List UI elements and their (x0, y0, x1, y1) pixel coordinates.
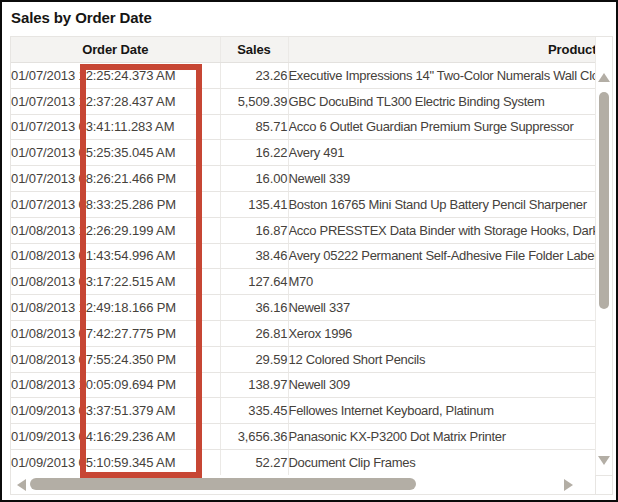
order-date-cell: 01/09/2013 05:10:59.345 AM (11, 449, 220, 475)
product-name-cell: GBC DocuBind TL300 Electric Binding Syst… (288, 88, 595, 114)
table-row[interactable]: 01/07/2013 03:41:11.283 AM 85.71 Acco 6 … (11, 114, 595, 140)
sales-cell: 5,509.39 (220, 88, 288, 114)
table-row[interactable]: 01/08/2013 07:55:24.350 PM 29.59 12 Colo… (11, 346, 595, 372)
order-date-cell: 01/08/2013 12:26:29.199 AM (11, 217, 220, 243)
column-header-product-name[interactable]: Product Name (288, 37, 595, 63)
product-name-cell: Avery 491 (288, 140, 595, 166)
horizontal-scrollbar[interactable] (11, 475, 595, 494)
order-date-cell: 01/08/2013 07:55:24.350 PM (11, 346, 220, 372)
product-name-cell: 12 Colored Short Pencils (288, 346, 595, 372)
order-date-cell: 01/07/2013 05:25:35.045 AM (11, 140, 220, 166)
product-name-cell: Acco 6 Outlet Guardian Premium Surge Sup… (288, 114, 595, 140)
table-row[interactable]: 01/09/2013 03:37:51.379 AM 335.45 Fellow… (11, 398, 595, 424)
order-date-cell: 01/08/2013 01:43:54.996 AM (11, 243, 220, 269)
product-name-cell: M70 (288, 269, 595, 295)
order-date-cell: 01/08/2013 07:42:27.775 PM (11, 320, 220, 346)
sales-cell: 23.26 (220, 63, 288, 89)
product-name-cell: Avery 05222 Permanent Self-Adhesive File… (288, 243, 595, 269)
sales-table: Order Date Sales Product Name 01/07/2013… (11, 37, 595, 475)
product-name-cell: Document Clip Frames (288, 449, 595, 475)
order-date-cell: 01/08/2013 12:49:18.166 PM (11, 295, 220, 321)
vertical-scrollbar-thumb[interactable] (599, 92, 609, 309)
order-date-cell: 01/07/2013 08:33:25.286 PM (11, 191, 220, 217)
table-row[interactable]: 01/08/2013 01:43:54.996 AM 38.46 Avery 0… (11, 243, 595, 269)
sales-cell: 3,656.36 (220, 424, 288, 450)
product-name-cell: Executive Impressions 14" Two-Color Nume… (288, 63, 595, 89)
sales-cell: 52.27 (220, 449, 288, 475)
table-row[interactable]: 01/07/2013 12:25:24.373 AM 23.26 Executi… (11, 63, 595, 89)
sales-cell: 335.45 (220, 398, 288, 424)
sales-cell: 29.59 (220, 346, 288, 372)
order-date-cell: 01/08/2013 10:05:09.694 PM (11, 372, 220, 398)
sales-table-widget: Order Date Sales Product Name 01/07/2013… (10, 36, 613, 495)
order-date-cell: 01/08/2013 03:17:22.515 AM (11, 269, 220, 295)
order-date-cell: 01/09/2013 03:37:51.379 AM (11, 398, 220, 424)
table-row[interactable]: 01/07/2013 08:26:21.466 PM 16.00 Newell … (11, 166, 595, 192)
scroll-right-arrow-icon[interactable] (564, 479, 573, 491)
scroll-up-arrow-icon[interactable] (598, 73, 610, 82)
sales-cell: 16.00 (220, 166, 288, 192)
scroll-down-arrow-icon[interactable] (598, 456, 610, 465)
order-date-cell: 01/07/2013 12:37:28.437 AM (11, 88, 220, 114)
product-name-cell: Boston 16765 Mini Stand Up Battery Penci… (288, 191, 595, 217)
order-date-cell: 01/09/2013 04:16:29.236 AM (11, 424, 220, 450)
scroll-left-arrow-icon[interactable] (17, 479, 26, 491)
product-name-cell: Newell 337 (288, 295, 595, 321)
table-row[interactable]: 01/08/2013 07:42:27.775 PM 26.81 Xerox 1… (11, 320, 595, 346)
product-name-cell: Fellowes Internet Keyboard, Platinum (288, 398, 595, 424)
order-date-cell: 01/07/2013 12:25:24.373 AM (11, 63, 220, 89)
table-row[interactable]: 01/07/2013 08:33:25.286 PM 135.41 Boston… (11, 191, 595, 217)
vertical-scrollbar[interactable] (595, 37, 612, 475)
table-header-row: Order Date Sales Product Name (11, 37, 595, 63)
screenshot-frame: Sales by Order Date Order Date Sales Pro… (0, 0, 618, 502)
sales-cell: 127.64 (220, 269, 288, 295)
sales-cell: 38.46 (220, 243, 288, 269)
table-row[interactable]: 01/08/2013 03:17:22.515 AM 127.64 M70 (11, 269, 595, 295)
order-date-cell: 01/07/2013 08:26:21.466 PM (11, 166, 220, 192)
table-row[interactable]: 01/07/2013 05:25:35.045 AM 16.22 Avery 4… (11, 140, 595, 166)
table-row[interactable]: 01/08/2013 12:26:29.199 AM 16.87 Acco PR… (11, 217, 595, 243)
sales-cell: 135.41 (220, 191, 288, 217)
column-header-sales[interactable]: Sales (220, 37, 288, 63)
product-name-cell: Acco PRESSTEX Data Binder with Storage H… (288, 217, 595, 243)
product-name-cell: Panasonic KX-P3200 Dot Matrix Printer (288, 424, 595, 450)
table-row[interactable]: 01/07/2013 12:37:28.437 AM 5,509.39 GBC … (11, 88, 595, 114)
sales-cell: 16.22 (220, 140, 288, 166)
table-row[interactable]: 01/09/2013 04:16:29.236 AM 3,656.36 Pana… (11, 424, 595, 450)
table-row[interactable]: 01/08/2013 12:49:18.166 PM 36.16 Newell … (11, 295, 595, 321)
table-row[interactable]: 01/08/2013 10:05:09.694 PM 138.97 Newell… (11, 372, 595, 398)
order-date-cell: 01/07/2013 03:41:11.283 AM (11, 114, 220, 140)
table-row[interactable]: 01/09/2013 05:10:59.345 AM 52.27 Documen… (11, 449, 595, 475)
product-name-cell: Xerox 1996 (288, 320, 595, 346)
page-title: Sales by Order Date (11, 9, 152, 26)
horizontal-scrollbar-thumb[interactable] (30, 478, 416, 490)
sales-cell: 26.81 (220, 320, 288, 346)
column-header-order-date[interactable]: Order Date (11, 37, 220, 63)
scrollbar-corner (595, 475, 612, 494)
sales-cell: 85.71 (220, 114, 288, 140)
sales-cell: 138.97 (220, 372, 288, 398)
sales-cell: 16.87 (220, 217, 288, 243)
product-name-cell: Newell 309 (288, 372, 595, 398)
sales-cell: 36.16 (220, 295, 288, 321)
product-name-cell: Newell 339 (288, 166, 595, 192)
table-body: 01/07/2013 12:25:24.373 AM 23.26 Executi… (11, 63, 595, 476)
table-scroll-area: Order Date Sales Product Name 01/07/2013… (11, 37, 595, 475)
